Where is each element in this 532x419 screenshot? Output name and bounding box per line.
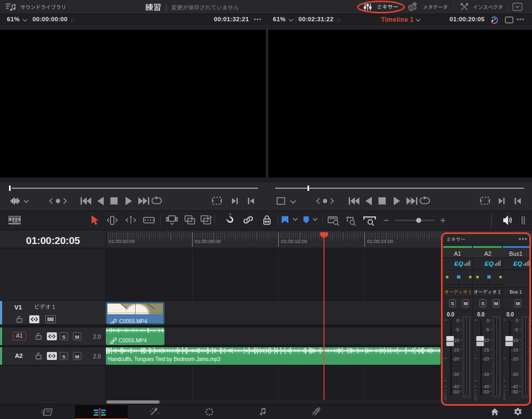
svg-text:-20: -20 xyxy=(452,356,459,362)
svg-text:-40: -40 xyxy=(452,384,459,389)
svg-text:EQ: EQ xyxy=(485,261,494,267)
svg-text:-30: -30 xyxy=(452,372,459,377)
svg-text:0: 0 xyxy=(456,318,459,323)
svg-text:EQ: EQ xyxy=(454,261,463,267)
svg-text:-15: -15 xyxy=(452,347,459,353)
svg-text:-50: -50 xyxy=(452,389,459,395)
svg-text:-5: -5 xyxy=(455,327,459,332)
svg-text:EQ: EQ xyxy=(513,261,522,267)
